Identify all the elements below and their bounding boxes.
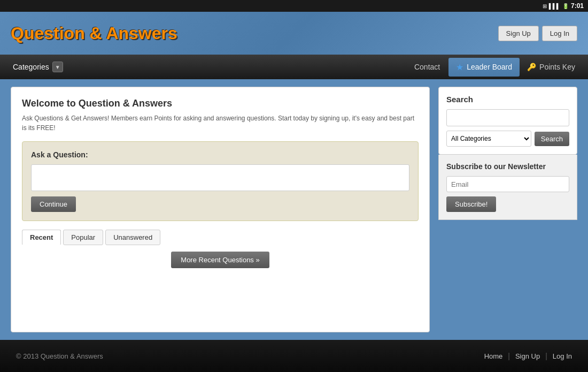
auth-buttons: Sign Up Log In [498, 26, 577, 41]
ask-section: Ask a Question: Continue [22, 141, 419, 221]
top-area: Question & Answers Sign Up Log In [0, 12, 588, 55]
continue-button[interactable]: Continue [31, 196, 76, 212]
login-button[interactable]: Log In [542, 26, 577, 41]
right-panel: Search All Categories Search Subscribe t… [438, 87, 577, 332]
footer-signup-link[interactable]: Sign Up [515, 352, 540, 360]
footer-sep-1: | [508, 352, 510, 360]
leaderboard-label: Leader Board [467, 63, 512, 71]
footer-copyright: © 2013 Question & Answers [16, 352, 103, 360]
newsletter-box: Subscribe to our Newsletter Subscribe! [438, 155, 577, 220]
footer-home-link[interactable]: Home [484, 352, 503, 360]
battery-icon: 🔋 [562, 3, 569, 9]
left-panel: Welcome to Question & Answers Ask Questi… [11, 87, 430, 332]
pointskey-nav[interactable]: 🔑 Points Key [520, 58, 583, 75]
site-title: Question & Answers [11, 24, 177, 43]
categories-label: Categories [13, 63, 49, 71]
email-input[interactable] [446, 176, 569, 192]
star-icon: ★ [456, 62, 463, 72]
search-box: Search All Categories Search [438, 87, 577, 155]
status-bar: ⊞ ▌▌▌ 🔋 7:01 [0, 0, 588, 12]
search-button[interactable]: Search [535, 132, 569, 146]
welcome-description: Ask Questions & Get Answers! Members ear… [22, 113, 419, 133]
status-time: 7:01 [571, 2, 584, 10]
tab-popular[interactable]: Popular [63, 230, 103, 245]
subscribe-button[interactable]: Subscribe! [446, 196, 496, 212]
nav-right: Contact ★ Leader Board 🔑 Points Key [406, 56, 583, 78]
leaderboard-nav[interactable]: ★ Leader Board [448, 58, 520, 77]
key-icon: 🔑 [527, 63, 536, 71]
ask-label: Ask a Question: [31, 150, 409, 159]
footer: © 2013 Question & Answers Home | Sign Up… [0, 340, 588, 372]
search-title: Search [446, 95, 569, 104]
pointskey-label: Points Key [539, 63, 575, 71]
ask-input[interactable] [31, 164, 409, 191]
main-content: Welcome to Question & Answers Ask Questi… [0, 79, 588, 340]
grid-icon: ⊞ [543, 3, 547, 9]
search-text-input[interactable] [446, 109, 569, 126]
nav-bar: Categories ▼ Contact ★ Leader Board 🔑 Po… [0, 55, 588, 79]
footer-links: Home | Sign Up | Log In [484, 352, 572, 360]
tab-recent[interactable]: Recent [22, 230, 61, 245]
categories-nav[interactable]: Categories ▼ [5, 57, 71, 77]
footer-login-link[interactable]: Log In [553, 352, 572, 360]
signal-icon: ▌▌▌ [549, 3, 560, 9]
signup-button[interactable]: Sign Up [498, 26, 539, 41]
search-row: All Categories Search [446, 131, 569, 147]
category-select[interactable]: All Categories [446, 131, 531, 147]
categories-dropdown-arrow[interactable]: ▼ [52, 62, 63, 72]
welcome-title: Welcome to Question & Answers [22, 98, 419, 109]
status-icons: ⊞ ▌▌▌ 🔋 7:01 [543, 2, 584, 10]
more-recent-button[interactable]: More Recent Questions » [171, 252, 269, 268]
footer-sep-2: | [545, 352, 547, 360]
tabs: Recent Popular Unanswered [22, 230, 419, 245]
tab-unanswered[interactable]: Unanswered [105, 230, 160, 245]
newsletter-title: Subscribe to our Newsletter [446, 162, 569, 171]
contact-nav[interactable]: Contact [406, 56, 448, 78]
